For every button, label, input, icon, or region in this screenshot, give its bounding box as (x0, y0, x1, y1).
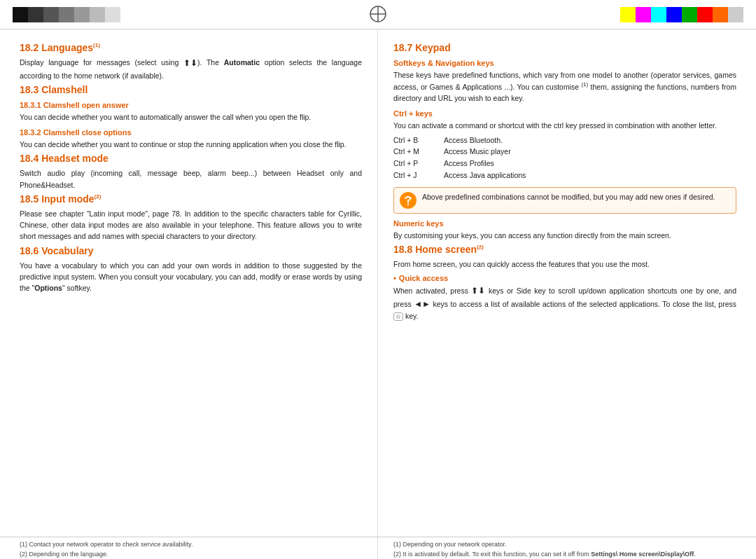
ctrl-key-row: Ctrl + MAccess Music player (393, 146, 736, 158)
section-18-3: 18.3 Clamshell 18.3.1 Clamshell open ans… (20, 84, 362, 151)
section-18-4-title: 18.4 Headset mode (20, 153, 362, 164)
color-swatch (74, 7, 90, 22)
section-18-8-body: From home screen, you can quickly access… (393, 258, 736, 270)
section-18-2: 18.2 Languages(1) Display language for m… (20, 42, 362, 81)
footnotes-left: (1) Contact your network operator to che… (0, 537, 378, 559)
footnotes-area: (1) Contact your network operator to che… (0, 537, 756, 559)
footnote-item: (1) Contact your network operator to che… (20, 540, 362, 550)
ctrl-key-row: Ctrl + JAccess Java applications (393, 170, 736, 181)
footnote-item: (2) It is activated by default. To exit … (393, 550, 736, 560)
section-18-8-title: 18.8 Home screen(2) (393, 244, 736, 255)
color-swatch (105, 7, 120, 22)
color-swatch (59, 7, 74, 22)
color-swatch (697, 7, 713, 22)
section-18-3-1-title: 18.3.1 Clamshell open answer (20, 101, 362, 109)
section-18-3-2-title: 18.3.2 Clamshell close options (20, 128, 362, 137)
section-18-3-2-body: You can decide whether you want to conti… (20, 139, 362, 150)
color-swatch (713, 7, 728, 22)
crosshair-center (368, 4, 388, 25)
softkeys-title: Softkeys & Navigation keys (393, 59, 736, 67)
section-18-6-body: You have a vocabulary to which you can a… (20, 260, 362, 294)
section-18-2-body: Display language for messages (select us… (20, 57, 362, 81)
color-swatch (120, 7, 136, 22)
ctrl-keys-table: Ctrl + BAccess Bluetooth.Ctrl + MAccess … (393, 134, 736, 181)
color-swatch (636, 7, 651, 22)
numeric-keys-title: Numeric keys (393, 219, 736, 228)
section-18-5: 18.5 Input mode(2) Please see chapter "L… (20, 193, 362, 242)
ctrl-key-combo: Ctrl + P (393, 158, 435, 170)
color-swatch (651, 7, 666, 22)
section-18-6-title: 18.6 Vocabulary (20, 245, 362, 256)
note-box: Above predefined combinations cannot be … (393, 187, 736, 214)
ctrl-key-row: Ctrl + BAccess Bluetooth. (393, 134, 736, 146)
section-18-4-body: Switch audio play (incoming call, messag… (20, 167, 362, 191)
left-column: 18.2 Languages(1) Display language for m… (0, 29, 378, 537)
ctrl-key-desc: Access Profiles (444, 158, 494, 170)
ctrl-key-combo: Ctrl + J (393, 170, 435, 181)
numeric-keys-body: By customising your keys, you can access… (393, 230, 736, 241)
section-18-3-1-body: You can decide whether you want to autom… (20, 111, 362, 123)
note-icon (400, 192, 416, 209)
footnotes-right: (1) Depending on your network operator.(… (378, 537, 756, 559)
color-swatch (682, 7, 697, 22)
quick-access-body: When activated, press ⬆⬇ keys or Side ke… (393, 284, 736, 322)
section-18-4: 18.4 Headset mode Switch audio play (inc… (20, 153, 362, 191)
footnote-item: (2) Depending on the language. (20, 550, 362, 560)
softkeys-body: These keys have predefined functions, wh… (393, 69, 736, 104)
ctrl-key-row: Ctrl + PAccess Profiles (393, 158, 736, 170)
color-swatch (90, 7, 105, 22)
ctrl-key-combo: Ctrl + M (393, 146, 435, 158)
note-text: Above predefined combinations cannot be … (422, 192, 715, 203)
ctrl-key-desc: Access Bluetooth. (444, 134, 503, 146)
color-swatch (28, 7, 43, 22)
color-blocks-left (13, 7, 136, 22)
footnote-item: (1) Depending on your network operator. (393, 540, 736, 550)
color-swatch (666, 7, 682, 22)
section-18-7: 18.7 Keypad Softkeys & Navigation keys T… (393, 42, 736, 241)
main-content: 18.2 Languages(1) Display language for m… (0, 29, 756, 537)
ctrl-key-desc: Access Java applications (444, 170, 526, 181)
ctrl-key-combo: Ctrl + B (393, 134, 435, 146)
color-swatch (620, 7, 636, 22)
right-column: 18.7 Keypad Softkeys & Navigation keys T… (378, 29, 756, 537)
quick-access-section: •Quick access When activated, press ⬆⬇ k… (393, 274, 736, 322)
section-18-6: 18.6 Vocabulary You have a vocabulary to… (20, 245, 362, 294)
section-18-2-title: 18.2 Languages(1) (20, 42, 362, 53)
section-18-3-title: 18.3 Clamshell (20, 84, 362, 95)
color-swatch (43, 7, 59, 22)
section-18-5-body: Please see chapter "Latin input mode", p… (20, 208, 362, 242)
section-18-5-title: 18.5 Input mode(2) (20, 193, 362, 205)
svg-point-4 (407, 204, 409, 205)
section-18-7-title: 18.7 Keypad (393, 42, 736, 53)
section-18-8: 18.8 Home screen(2) From home screen, yo… (393, 244, 736, 322)
quick-access-title: •Quick access (393, 274, 736, 282)
ctrl-key-desc: Access Music player (444, 146, 511, 158)
top-bar (0, 0, 756, 29)
ctrl-keys-title: Ctrl + keys (393, 109, 736, 118)
color-swatch (13, 7, 28, 22)
ctrl-keys-body: You can activate a command or shortcut w… (393, 120, 736, 131)
color-swatch (728, 7, 743, 22)
color-blocks-right (620, 7, 743, 22)
